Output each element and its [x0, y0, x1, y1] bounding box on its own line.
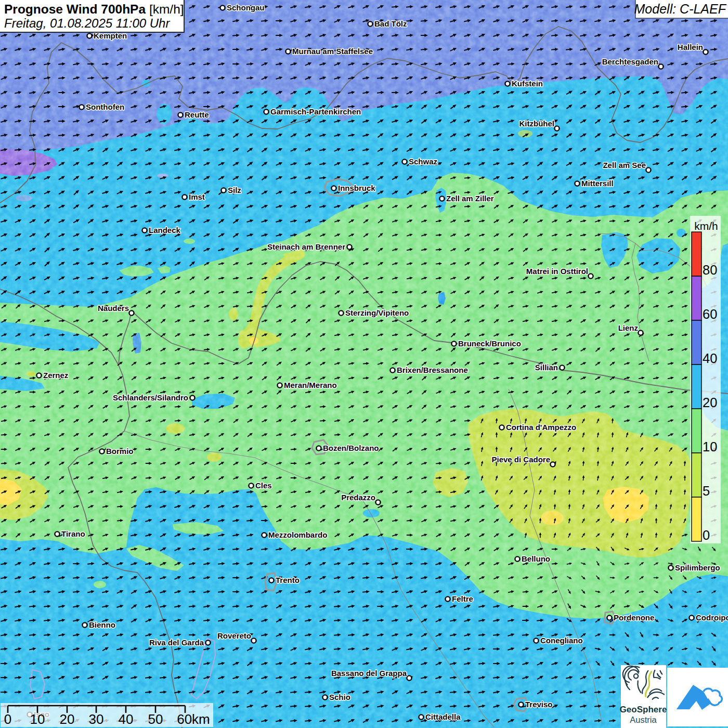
- svg-text:Tirano: Tirano: [61, 529, 85, 538]
- svg-text:Sterzing/Vipiteno: Sterzing/Vipiteno: [345, 308, 409, 317]
- svg-text:Brixen/Bressanone: Brixen/Bressanone: [397, 366, 468, 374]
- svg-text:Kufstein: Kufstein: [512, 79, 543, 88]
- svg-text:0: 0: [4, 711, 11, 727]
- svg-text:Schlanders/Silandro: Schlanders/Silandro: [113, 393, 188, 402]
- svg-text:0: 0: [703, 528, 710, 542]
- svg-text:Pieve di Cadore: Pieve di Cadore: [491, 455, 550, 464]
- svg-text:Nauders: Nauders: [98, 304, 129, 313]
- svg-text:Bormio: Bormio: [106, 447, 134, 456]
- svg-text:Sonthofen: Sonthofen: [86, 102, 124, 111]
- svg-text:Bad Tölz: Bad Tölz: [374, 19, 407, 28]
- svg-text:60: 60: [703, 307, 717, 321]
- svg-text:Sillian: Sillian: [535, 363, 558, 372]
- svg-text:Cles: Cles: [255, 481, 272, 490]
- svg-text:Predazzo: Predazzo: [341, 493, 375, 502]
- svg-text:Riva del Garda: Riva del Garda: [149, 638, 204, 647]
- svg-text:40: 40: [703, 351, 717, 366]
- svg-text:Hallein: Hallein: [678, 43, 703, 51]
- svg-text:Meran/Merano: Meran/Merano: [284, 381, 337, 389]
- svg-text:Zell am See: Zell am See: [603, 161, 646, 170]
- svg-text:Modell: C-LAEF: Modell: C-LAEF: [634, 2, 727, 16]
- svg-text:Bruneck/Brunico: Bruneck/Brunico: [458, 339, 521, 348]
- svg-text:Conegliano: Conegliano: [540, 636, 583, 645]
- svg-text:Imst: Imst: [189, 192, 205, 201]
- svg-text:5: 5: [703, 484, 710, 498]
- svg-text:Berchtesgaden: Berchtesgaden: [602, 57, 658, 66]
- svg-text:10: 10: [30, 711, 45, 727]
- svg-text:Garmisch-Partenkirchen: Garmisch-Partenkirchen: [270, 107, 361, 116]
- svg-text:60km: 60km: [177, 711, 210, 727]
- svg-text:50: 50: [148, 711, 163, 727]
- svg-text:Spilimbergo: Spilimbergo: [675, 563, 720, 572]
- svg-text:Steinach am Brenner: Steinach am Brenner: [267, 242, 345, 251]
- svg-text:Treviso: Treviso: [525, 700, 553, 709]
- svg-text:Bassano del Grappa: Bassano del Grappa: [331, 669, 407, 678]
- svg-text:Feltre: Feltre: [452, 594, 473, 603]
- svg-text:Freitag, 01.08.2025 11:00 Uhr: Freitag, 01.08.2025 11:00 Uhr: [4, 16, 170, 30]
- svg-text:Matrei in Osttirol: Matrei in Osttirol: [526, 267, 588, 276]
- svg-text:Zernez: Zernez: [43, 371, 68, 380]
- svg-text:Mittersill: Mittersill: [581, 179, 614, 188]
- svg-text:Cittadella: Cittadella: [425, 712, 461, 721]
- svg-text:Bienno: Bienno: [89, 620, 115, 629]
- svg-text:Schongau: Schongau: [227, 3, 265, 12]
- svg-text:80: 80: [703, 263, 717, 277]
- svg-text:Murnau am Staffelsee: Murnau am Staffelsee: [292, 47, 373, 56]
- svg-text:Pordenone: Pordenone: [614, 613, 654, 622]
- svg-text:Schwaz: Schwaz: [409, 157, 437, 166]
- svg-text:Austria: Austria: [630, 715, 657, 724]
- svg-text:Rovereto: Rovereto: [217, 631, 251, 640]
- svg-text:10: 10: [703, 439, 717, 454]
- svg-text:Trento: Trento: [276, 576, 300, 584]
- svg-text:Cortina d'Ampezzo: Cortina d'Ampezzo: [506, 423, 576, 432]
- svg-text:Mezzolombardo: Mezzolombardo: [268, 530, 327, 539]
- svg-text:Silz: Silz: [228, 186, 241, 194]
- svg-text:Codroipo: Codroipo: [696, 613, 728, 622]
- svg-text:30: 30: [89, 711, 104, 727]
- svg-text:Kitzbühel: Kitzbühel: [519, 119, 555, 128]
- svg-text:km/h: km/h: [694, 220, 718, 232]
- svg-text:Bozen/Bolzano: Bozen/Bolzano: [323, 444, 379, 452]
- svg-text:20: 20: [703, 395, 717, 410]
- svg-text:Belluno: Belluno: [522, 554, 550, 563]
- svg-text:Reutte: Reutte: [185, 110, 209, 119]
- svg-text:Lienz: Lienz: [618, 323, 638, 332]
- svg-text:40: 40: [119, 711, 134, 727]
- svg-text:Zell am Ziller: Zell am Ziller: [446, 194, 494, 203]
- svg-text:Innsbruck: Innsbruck: [338, 184, 375, 192]
- svg-text:Schio: Schio: [329, 693, 350, 701]
- svg-text:20: 20: [60, 711, 75, 727]
- svg-text:Prognose Wind 700hPa [km/h]: Prognose Wind 700hPa [km/h]: [4, 2, 184, 16]
- svg-text:Landeck: Landeck: [149, 226, 181, 235]
- svg-text:GeoSphere: GeoSphere: [620, 705, 667, 714]
